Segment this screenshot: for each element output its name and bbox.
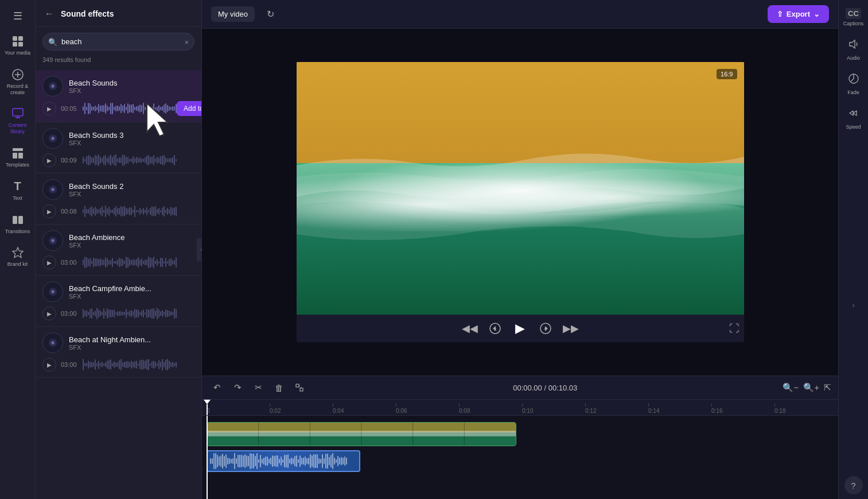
back-button[interactable]: ←	[42, 7, 56, 21]
sound-item-2-info: Beach Sounds 3 SFX	[69, 131, 194, 146]
search-input[interactable]	[42, 33, 194, 51]
collapse-right-panel-button[interactable]: ›	[850, 298, 857, 312]
fit-button[interactable]	[291, 380, 308, 396]
ruler-mark-5: 0:10	[522, 408, 585, 414]
svg-point-24	[52, 189, 53, 190]
sidebar-item-text[interactable]: T Text	[2, 175, 34, 206]
sound-item-2-play-button[interactable]: ▶	[42, 153, 56, 167]
sidebar-item-templates[interactable]: Templates	[2, 142, 34, 173]
ruler-playhead	[207, 400, 211, 416]
video-track	[202, 421, 838, 447]
sound-item-5-avatar	[42, 281, 63, 302]
fade-label: Fade	[847, 90, 859, 95]
captions-panel-item[interactable]: CC Captions	[841, 5, 866, 30]
zoom-out-button[interactable]: 🔍−	[783, 382, 799, 393]
ruler-mark-6: 0:12	[585, 408, 648, 414]
sound-item-5-name: Beach Campfire Ambie...	[69, 284, 194, 293]
undo-button[interactable]: ↶	[209, 380, 225, 396]
record-create-icon	[11, 68, 25, 82]
sound-item-5-controls: ▶ 03:00	[42, 307, 194, 320]
fullscreen-button[interactable]: ⛶	[729, 323, 739, 335]
sound-item-1-type: SFX	[69, 87, 194, 94]
svg-rect-2	[13, 42, 17, 47]
svg-point-30	[52, 291, 53, 292]
sound-item-1-header: Beach Sounds SFX	[42, 76, 194, 96]
video-preview-area: 16:9 ◀◀ 5 ▶ 5	[202, 29, 838, 376]
speed-label: Speed	[846, 124, 861, 130]
video-preview-container: 16:9 ◀◀ 5 ▶ 5	[297, 62, 744, 342]
sound-item-3-name: Beach Sounds 2	[69, 182, 194, 191]
sidebar-item-transitions[interactable]: Transitions	[2, 208, 34, 239]
sound-item-1-controls: ▶ 00:05 Add to timeline	[42, 101, 194, 116]
text-icon: T	[11, 180, 25, 194]
redo-button[interactable]: ↷	[229, 380, 246, 396]
play-button[interactable]: ▶	[511, 319, 530, 338]
ruler-mark-7: 0:14	[648, 408, 711, 414]
sound-item-3-play-button[interactable]: ▶	[42, 204, 56, 218]
sound-item-3-header: Beach Sounds 2 SFX	[42, 179, 194, 200]
sound-item-4-info: Beach Ambience SFX	[69, 233, 194, 249]
panel-title: Sound effects	[61, 9, 114, 18]
captions-label: Captions	[843, 21, 864, 26]
sound-item-6-play-button[interactable]: ▶	[42, 358, 56, 372]
help-button[interactable]: ?	[844, 476, 863, 494]
content-library-icon	[11, 107, 25, 121]
svg-point-18	[52, 86, 53, 87]
audio-panel-item[interactable]: Audio	[841, 34, 866, 64]
sound-item-1-waveform	[83, 102, 177, 115]
timeline-time: 00:00.00 / 00:10.03	[513, 384, 577, 392]
video-preview: 16:9	[297, 62, 744, 315]
my-video-tab[interactable]: My video	[211, 6, 255, 22]
sound-item-5-waveform	[83, 307, 194, 320]
sound-item-3-avatar	[42, 179, 63, 200]
transitions-icon	[11, 213, 25, 227]
fast-forward-button[interactable]: 5	[536, 319, 555, 338]
sound-item-5-play-button[interactable]: ▶	[42, 307, 56, 320]
add-to-timeline-button[interactable]: Add to timeline	[177, 101, 201, 116]
zoom-in-button[interactable]: 🔍+	[803, 382, 819, 393]
skip-to-end-button[interactable]: ▶▶	[562, 319, 580, 338]
svg-point-33	[52, 342, 53, 343]
sound-item-2-waveform	[83, 153, 194, 167]
sound-item-2-type: SFX	[69, 140, 194, 146]
sound-item-2-name: Beach Sounds 3	[69, 131, 194, 140]
fade-panel-item[interactable]: Fade	[841, 69, 866, 99]
sound-item-1: Beach Sounds SFX ▶ 00:05 Add to timeline	[36, 70, 201, 122]
sound-item-4-play-button[interactable]: ▶	[42, 256, 56, 269]
sound-item-1-play-button[interactable]: ▶	[42, 102, 56, 115]
video-clip[interactable]	[207, 422, 516, 446]
main-area: My video ↻ ⇧ Export ⌄	[202, 0, 838, 499]
right-panel: CC Captions Audio Fade Speed › ?	[838, 0, 868, 499]
svg-rect-13	[13, 216, 17, 224]
rewind-button[interactable]: 5	[486, 319, 504, 338]
export-button[interactable]: ⇧ Export ⌄	[768, 5, 829, 23]
export-icon: ⇧	[777, 10, 783, 18]
svg-rect-10	[13, 148, 23, 151]
hamburger-icon: ☰	[11, 9, 25, 23]
cut-button[interactable]: ✂	[250, 380, 266, 396]
sidebar-item-content-library[interactable]: Contentlibrary	[2, 102, 34, 140]
refresh-button[interactable]: ↻	[262, 6, 279, 23]
speed-panel-item[interactable]: Speed	[841, 103, 866, 133]
audio-clip[interactable]	[207, 450, 360, 472]
sound-item-6-info: Beach at Night Ambien... SFX	[69, 335, 194, 351]
expand-timeline-button[interactable]: ⇱	[824, 382, 831, 393]
top-bar: My video ↻ ⇧ Export ⌄	[202, 0, 838, 29]
timeline-toolbar: ↶ ↷ ✂ 🗑 00:00.00 / 00:10.03 🔍− 🔍+ ⇱	[202, 376, 838, 400]
sidebar-item-hamburger[interactable]: ☰	[2, 5, 34, 28]
svg-rect-39	[300, 388, 303, 391]
skip-to-start-button[interactable]: ◀◀	[461, 319, 479, 338]
sidebar-item-brand-kit[interactable]: Brand kit	[2, 241, 34, 272]
delete-button[interactable]: 🗑	[271, 380, 287, 396]
sound-item-1-info: Beach Sounds SFX	[69, 79, 194, 94]
ruler-mark-9: 0:18	[774, 408, 838, 414]
results-count: 349 results found	[36, 56, 201, 68]
sound-item-4-waveform	[83, 256, 194, 269]
fade-icon	[847, 72, 860, 88]
sidebar-item-your-media[interactable]: Your media	[2, 30, 34, 61]
sidebar-item-record-create[interactable]: Record &create	[2, 63, 34, 100]
svg-rect-14	[18, 216, 23, 224]
svg-rect-1	[18, 36, 23, 41]
search-clear-button[interactable]: ×	[184, 37, 189, 46]
timeline-area: ↶ ↷ ✂ 🗑 00:00.00 / 00:10.03 🔍− 🔍+ ⇱	[202, 376, 838, 499]
